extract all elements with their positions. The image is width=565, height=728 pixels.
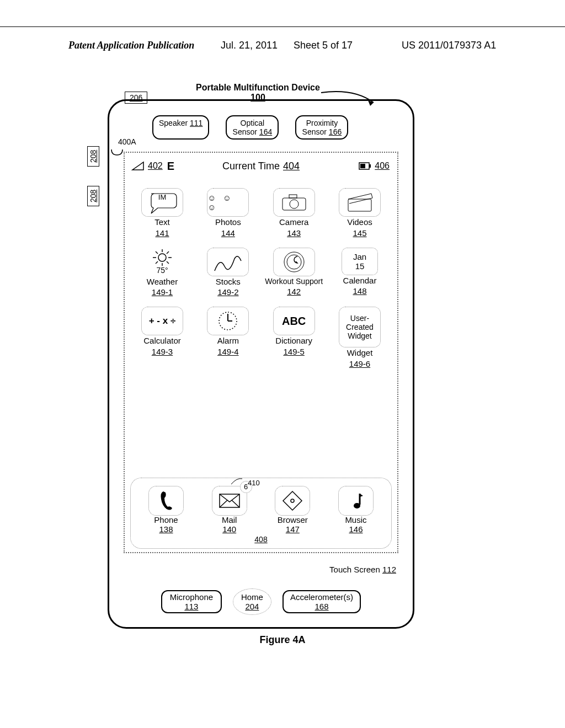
svg-rect-1 bbox=[360, 164, 365, 168]
svg-point-5 bbox=[290, 200, 299, 208]
app-camera[interactable]: Camera 143 bbox=[264, 188, 324, 238]
svg-line-13 bbox=[167, 261, 169, 264]
pub-type: Patent Application Publication bbox=[68, 40, 194, 51]
carrier-label: E bbox=[167, 160, 174, 173]
dock-tray: Phone 138 6 410 Mail 140 B bbox=[130, 478, 392, 549]
abc-icon: ABC bbox=[273, 307, 315, 335]
svg-point-25 bbox=[354, 503, 360, 508]
top-sensor-row: Speaker 111 OpticalSensor 164 ProximityS… bbox=[152, 115, 348, 140]
home-button[interactable]: Home204 bbox=[233, 588, 271, 615]
sun-icon: 75° bbox=[141, 248, 183, 276]
pub-number: US 2011/0179373 A1 bbox=[402, 40, 496, 51]
photos-icon: ☺ ☺ ☺ bbox=[207, 188, 249, 217]
calculator-icon: + - x ÷ bbox=[141, 307, 183, 335]
app-row-2: 75° Weather 149-1 Stocks 149-2 Workout S… bbox=[132, 248, 390, 297]
microphone-label: Microphone113 bbox=[161, 590, 222, 613]
dock-phone[interactable]: Phone 138 bbox=[138, 486, 194, 534]
touch-screen-label: Touch Screen 112 bbox=[329, 565, 396, 574]
ref-208-bottom: 208 bbox=[87, 186, 99, 206]
sheet-number: Sheet 5 of 17 bbox=[294, 40, 353, 51]
svg-rect-4 bbox=[289, 195, 297, 198]
videos-icon bbox=[339, 188, 381, 217]
dock-music[interactable]: Music 146 bbox=[328, 486, 383, 534]
svg-rect-2 bbox=[369, 164, 371, 168]
compass-icon bbox=[275, 486, 310, 516]
status-right: 406 bbox=[359, 161, 390, 171]
app-videos[interactable]: Videos 145 bbox=[330, 188, 390, 238]
proximity-sensor-label: ProximitySensor 166 bbox=[295, 115, 348, 140]
ref-408: 408 bbox=[254, 535, 267, 544]
clock-icon bbox=[207, 307, 249, 335]
app-grid: IM Text 141 ☺ ☺ ☺ Photos 144 Camera 143 bbox=[130, 188, 392, 368]
app-text[interactable]: IM Text 141 bbox=[132, 188, 192, 238]
app-alarm[interactable]: Alarm 149-4 bbox=[198, 307, 258, 368]
im-bubble-icon: IM bbox=[141, 188, 183, 217]
svg-line-14 bbox=[167, 251, 169, 254]
app-user-widget[interactable]: User- Created Widget Widget 149-6 bbox=[330, 307, 390, 368]
battery-icon bbox=[359, 163, 371, 169]
dock-row: Phone 138 6 410 Mail 140 B bbox=[138, 486, 383, 534]
pub-date: Jul. 21, 2011 bbox=[221, 40, 278, 51]
camera-icon bbox=[273, 188, 315, 217]
ref-208-top: 208 bbox=[87, 146, 99, 167]
app-dictionary[interactable]: ABC Dictionary 149-5 bbox=[264, 307, 324, 368]
workout-icon bbox=[273, 248, 315, 276]
status-left: 402 E bbox=[132, 160, 174, 173]
optical-sensor-label: OpticalSensor 164 bbox=[226, 115, 279, 140]
figure-title: Portable Multifunction Device bbox=[196, 83, 320, 93]
phone-icon bbox=[148, 486, 184, 516]
svg-marker-23 bbox=[283, 491, 302, 510]
bottom-hardware-row: Microphone113 Home204 Accelerometer(s)16… bbox=[109, 588, 413, 615]
svg-point-17 bbox=[287, 255, 301, 269]
app-stocks[interactable]: Stocks 149-2 bbox=[198, 248, 258, 297]
app-calendar[interactable]: Jan 15 Calendar 148 bbox=[330, 248, 390, 297]
ref-404: 404 bbox=[283, 160, 300, 172]
lead-410: 410 bbox=[231, 477, 260, 487]
accelerometer-label: Accelerometer(s)168 bbox=[282, 590, 361, 613]
app-calculator[interactable]: + - x ÷ Calculator 149-3 bbox=[132, 307, 192, 368]
svg-line-12 bbox=[156, 251, 158, 254]
device-frame: Speaker 111 OpticalSensor 164 ProximityS… bbox=[108, 99, 414, 629]
ref-400A: 400A bbox=[118, 137, 136, 146]
app-workout[interactable]: Workout Support 142 bbox=[264, 248, 324, 297]
dock-browser[interactable]: Browser 147 bbox=[265, 486, 320, 534]
ref-406: 406 bbox=[375, 161, 390, 171]
header-separator bbox=[0, 26, 565, 27]
patent-page: Patent Application Publication Jul. 21, … bbox=[0, 0, 565, 728]
status-bar: 402 E Current Time 404 406 bbox=[130, 157, 392, 175]
svg-point-7 bbox=[158, 254, 166, 261]
brace-400A bbox=[109, 149, 125, 156]
speaker-label: Speaker 111 bbox=[152, 115, 209, 140]
signal-icon bbox=[132, 162, 143, 170]
figure-caption: Figure 4A bbox=[0, 634, 565, 646]
calendar-box-icon: Jan 15 bbox=[342, 248, 378, 275]
app-photos[interactable]: ☺ ☺ ☺ Photos 144 bbox=[198, 188, 258, 238]
mail-icon: 6 410 bbox=[212, 486, 247, 516]
user-widget-icon: User- Created Widget bbox=[339, 307, 381, 347]
ref-402: 402 bbox=[148, 161, 163, 171]
app-row-3: + - x ÷ Calculator 149-3 Alarm 149-4 ABC… bbox=[132, 307, 390, 368]
svg-line-15 bbox=[156, 261, 158, 264]
app-row-1: IM Text 141 ☺ ☺ ☺ Photos 144 Camera 143 bbox=[132, 188, 390, 238]
stocks-icon bbox=[207, 248, 249, 276]
touch-screen-area[interactable]: 402 E Current Time 404 406 bbox=[124, 152, 398, 553]
dock-mail[interactable]: 6 410 Mail 140 bbox=[202, 486, 257, 534]
music-icon bbox=[338, 486, 374, 516]
status-mid: Current Time 404 bbox=[222, 160, 300, 172]
svg-point-24 bbox=[291, 499, 294, 502]
current-time-label: Current Time bbox=[222, 160, 280, 172]
app-weather[interactable]: 75° Weather 149-1 bbox=[132, 248, 192, 297]
